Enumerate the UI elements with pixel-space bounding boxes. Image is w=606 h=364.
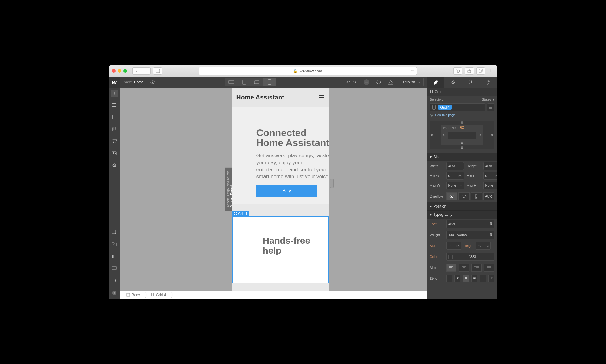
- redo-button[interactable]: ↷: [348, 77, 360, 88]
- selector-menu-button[interactable]: [487, 103, 494, 111]
- font-select[interactable]: Arial⇅: [446, 220, 494, 228]
- more-menu-button[interactable]: [360, 77, 373, 88]
- svg-rect-51: [432, 92, 433, 93]
- align-justify-button[interactable]: [484, 264, 494, 272]
- audit-button[interactable]: [385, 77, 397, 88]
- color-row: Color #333: [427, 251, 497, 262]
- empty-elements-button[interactable]: [110, 264, 119, 273]
- back-button[interactable]: ‹: [132, 67, 142, 75]
- svg-rect-22: [113, 270, 115, 270]
- spacing-box-model[interactable]: 0 0 0 0 PADDING 62 0 0 0: [430, 121, 494, 150]
- margin-left[interactable]: 0: [431, 133, 433, 137]
- class-pill[interactable]: Grid 4: [438, 105, 452, 110]
- padding-label: PADDING: [443, 126, 456, 129]
- share-button[interactable]: [465, 67, 474, 75]
- hamburger-icon[interactable]: [319, 94, 324, 100]
- downloads-button[interactable]: [453, 67, 462, 75]
- help-button[interactable]: ?: [110, 289, 119, 297]
- width-field[interactable]: Auto-: [446, 162, 464, 170]
- text-underline-button[interactable]: T: [480, 275, 486, 282]
- padding-top[interactable]: 62: [460, 126, 464, 129]
- minimize-window-button[interactable]: [118, 69, 121, 73]
- instances-row[interactable]: ◎1 on this page: [427, 113, 497, 119]
- text-italic-button[interactable]: T: [454, 275, 460, 282]
- overflow-hidden-button[interactable]: [458, 192, 470, 200]
- buy-button[interactable]: Buy: [256, 185, 317, 197]
- export-code-button[interactable]: [373, 77, 385, 88]
- forward-button[interactable]: ›: [142, 67, 151, 75]
- margin-top[interactable]: 0: [461, 121, 463, 124]
- margin-right[interactable]: 0: [491, 133, 493, 137]
- canvas-resize-handle[interactable]: ⋮: [330, 179, 334, 188]
- page-selector[interactable]: Page: Home: [120, 80, 147, 84]
- desktop-viewport-button[interactable]: [225, 78, 238, 86]
- padding-right[interactable]: 0: [479, 133, 481, 137]
- overflow-visible-button[interactable]: [446, 192, 457, 200]
- settings-tab[interactable]: ⚙: [444, 77, 462, 88]
- ecommerce-button[interactable]: [110, 137, 119, 145]
- reload-icon[interactable]: ⟳: [411, 69, 414, 73]
- font-size-field[interactable]: 14PX: [446, 242, 461, 250]
- overflow-auto-button[interactable]: Auto: [483, 192, 494, 200]
- padding-bottom[interactable]: 0: [461, 141, 463, 145]
- maximize-window-button[interactable]: [123, 69, 127, 73]
- interactions-tab[interactable]: [462, 77, 480, 88]
- svg-point-26: [152, 82, 154, 83]
- element-settings-tab[interactable]: [480, 77, 497, 88]
- publish-button[interactable]: Publish ⌄: [400, 78, 423, 86]
- selector-row: Selector: States ▾: [427, 96, 497, 103]
- align-left-button[interactable]: [446, 264, 457, 272]
- margin-bottom[interactable]: 0: [461, 146, 463, 149]
- phone-portrait-viewport-button[interactable]: [263, 78, 276, 86]
- height-field[interactable]: Auto-: [483, 162, 497, 170]
- text-strike-button[interactable]: T: [471, 275, 477, 282]
- settings-button[interactable]: ⚙: [110, 161, 119, 170]
- overflow-scroll-button[interactable]: [471, 192, 482, 200]
- minh-field[interactable]: 0PX: [483, 172, 497, 180]
- selected-grid-section[interactable]: Grid 4 Hands-free help: [232, 216, 329, 283]
- text-overline-button[interactable]: T: [488, 275, 494, 282]
- position-section-header[interactable]: ▸ Position: [427, 202, 497, 210]
- svg-rect-59: [475, 195, 477, 198]
- preview-eye-button[interactable]: [147, 77, 159, 88]
- webflow-logo[interactable]: w: [109, 77, 120, 88]
- text-color-field[interactable]: #333: [446, 253, 494, 261]
- align-center-button[interactable]: [459, 264, 469, 272]
- close-window-button[interactable]: [112, 69, 116, 73]
- new-tab-button[interactable]: +: [488, 67, 494, 75]
- weight-select[interactable]: 400 - Normal⇅: [446, 231, 494, 239]
- maxh-field[interactable]: None-: [483, 182, 497, 189]
- typography-section-header[interactable]: ▾ Typography: [427, 210, 497, 219]
- xray-button[interactable]: [110, 252, 119, 261]
- viewport-switcher: [225, 78, 276, 86]
- line-height-field[interactable]: 20PX: [476, 242, 491, 250]
- navigator-button[interactable]: [110, 101, 119, 109]
- size-section-header[interactable]: ▾ Size: [427, 153, 497, 161]
- states-dropdown[interactable]: States ▾: [482, 98, 494, 102]
- breadcrumb-body[interactable]: Body: [120, 291, 145, 299]
- text-decoration-none-button[interactable]: ✕: [463, 275, 469, 282]
- tablet-viewport-button[interactable]: [238, 78, 250, 86]
- text-regular-button[interactable]: T: [446, 275, 452, 282]
- class-selector-field[interactable]: Grid 4: [427, 103, 497, 113]
- body-icon: [126, 293, 130, 297]
- canvas[interactable]: Affects 479px and below Phone - Portrait…: [120, 88, 427, 291]
- tabs-button[interactable]: [476, 67, 485, 75]
- hero-section[interactable]: Connected Home Assistant Get answers, pl…: [232, 107, 329, 205]
- video-tutorial-button[interactable]: [110, 276, 119, 285]
- pages-button[interactable]: [110, 113, 119, 121]
- assets-button[interactable]: [110, 149, 119, 158]
- add-element-button[interactable]: ＋: [111, 90, 118, 97]
- breadcrumb-grid[interactable]: Grid 4: [145, 291, 171, 299]
- align-right-button[interactable]: [471, 264, 482, 272]
- phone-landscape-viewport-button[interactable]: [250, 78, 263, 86]
- maxw-field[interactable]: None-: [446, 182, 464, 189]
- show-outlines-button[interactable]: [110, 240, 119, 249]
- sidebar-toggle-button[interactable]: [153, 67, 162, 75]
- canvas-select-button[interactable]: [110, 228, 119, 236]
- url-bar[interactable]: 🔒 webflow.com ⟳: [199, 67, 417, 75]
- style-tab[interactable]: [427, 77, 444, 88]
- cms-button[interactable]: [110, 125, 119, 133]
- minw-field[interactable]: 0PX: [446, 172, 464, 180]
- padding-left[interactable]: 0: [443, 133, 445, 137]
